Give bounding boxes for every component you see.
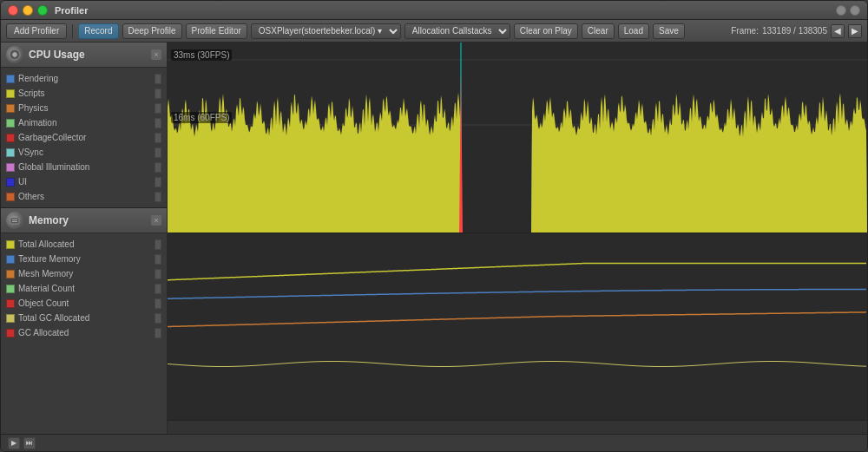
target-select[interactable]: OSXPlayer(stoertebeker.local) ▾ <box>251 23 401 39</box>
title-right-btn2[interactable] <box>850 5 860 16</box>
cpu-legend-global_illumination[interactable]: Global Illumination <box>3 160 165 174</box>
cpu-color-scripts <box>6 89 15 98</box>
memory-section-title: Memory <box>29 214 146 226</box>
step-button[interactable]: ⏭ <box>23 437 36 449</box>
mem-color-object_count <box>6 299 15 308</box>
profiler-window: Profiler Add Profiler Record Deep Profil… <box>0 0 868 452</box>
prev-frame-button[interactable]: ◀ <box>831 24 845 38</box>
save-button[interactable]: Save <box>653 23 685 39</box>
cpu-line-btn-animation[interactable] <box>155 118 161 128</box>
mem-lines-texture_memory <box>155 254 161 265</box>
cpu-legend-physics[interactable]: Physics <box>3 101 165 115</box>
mem-label-total_allocated: Total Allocated <box>18 239 75 249</box>
cpu-line-btn-global_illumination[interactable] <box>155 162 161 173</box>
cpu-line-btn-physics[interactable] <box>155 103 161 114</box>
frame-label: Frame: <box>731 26 759 36</box>
mem-lines-material_count <box>155 284 161 294</box>
cpu-section-header[interactable]: CPU Usage × <box>1 43 167 68</box>
close-button[interactable] <box>8 5 18 16</box>
mem-legend-gc_allocated[interactable]: GC Allocated <box>3 325 165 340</box>
cpu-icon <box>6 46 23 63</box>
cpu-color-ui <box>6 178 15 187</box>
chart-area: 33ms (30FPS) 16ms (60FPS) <box>168 43 867 434</box>
maximize-button[interactable] <box>37 5 48 16</box>
cpu-lines-vsync <box>155 147 161 158</box>
record-button[interactable]: Record <box>78 23 118 39</box>
cpu-line-btn-ui[interactable] <box>155 177 161 187</box>
cpu-legend-ui[interactable]: UI <box>3 174 165 189</box>
mem-line-btn-object_count[interactable] <box>155 298 161 309</box>
load-button[interactable]: Load <box>618 23 649 39</box>
mem-legend-object_count[interactable]: Object Count <box>3 296 165 311</box>
cpu-line-btn-others[interactable] <box>155 192 161 202</box>
mem-lines-object_count <box>155 298 161 309</box>
play-button[interactable]: ▶ <box>8 437 20 449</box>
cpu-label-animation: Animation <box>18 118 56 128</box>
mem-label-total_gc: Total GC Allocated <box>18 313 89 323</box>
title-bar: Profiler <box>1 1 867 20</box>
mem-legend-texture_memory[interactable]: Texture Memory <box>3 252 165 266</box>
cpu-legend-animation[interactable]: Animation <box>3 115 165 130</box>
cpu-label-others: Others <box>18 192 44 201</box>
mem-line-btn-mesh_memory[interactable] <box>155 269 161 279</box>
mem-line-btn-gc_allocated[interactable] <box>155 328 161 338</box>
cpu-lines-gc <box>155 133 161 143</box>
cpu-close-button[interactable]: × <box>151 49 161 60</box>
cpu-label-scripts: Scripts <box>18 88 45 98</box>
cpu-legend-scripts[interactable]: Scripts <box>3 86 165 101</box>
cpu-label-vsync: VSync <box>18 147 43 157</box>
mem-label-mesh_memory: Mesh Memory <box>18 269 73 278</box>
playback-controls: ▶ ⏭ <box>8 437 36 449</box>
cpu-legend-rendering[interactable]: Rendering <box>3 71 165 86</box>
scrollbar[interactable] <box>168 420 867 434</box>
status-bar: ▶ ⏭ <box>1 434 867 451</box>
memory-section-header[interactable]: Memory × <box>1 208 167 233</box>
cpu-chart[interactable]: 33ms (30FPS) 16ms (60FPS) <box>168 43 867 233</box>
memory-section: Memory × Total Allocated Texture Memory … <box>1 207 167 434</box>
profile-editor-button[interactable]: Profile Editor <box>186 23 247 39</box>
mem-line-btn-texture_memory[interactable] <box>155 254 161 265</box>
label-30fps: 33ms (30FPS) <box>171 49 232 61</box>
svg-rect-4 <box>12 221 17 222</box>
cpu-lines-animation <box>155 118 161 128</box>
cpu-line-btn-gc[interactable] <box>155 133 161 143</box>
mem-lines-total_allocated <box>155 239 161 250</box>
memory-chart[interactable] <box>168 233 867 420</box>
mem-line-btn-total_gc[interactable] <box>155 313 161 324</box>
memory-close-button[interactable]: × <box>151 215 161 226</box>
cpu-legend-others[interactable]: Others <box>3 189 165 204</box>
cpu-lines-others <box>155 192 161 202</box>
cpu-line-btn-rendering[interactable] <box>155 74 161 84</box>
next-frame-button[interactable]: ▶ <box>848 24 862 38</box>
cpu-legend-list: Rendering Scripts Physics Animation Garb… <box>1 68 167 207</box>
mem-color-total_gc <box>6 314 15 323</box>
cpu-color-gc <box>6 134 15 142</box>
mem-lines-total_gc <box>155 313 161 324</box>
cpu-section: CPU Usage × Rendering Scripts Physics An… <box>1 43 167 207</box>
mem-legend-material_count[interactable]: Material Count <box>3 281 165 296</box>
mem-label-object_count: Object Count <box>18 298 69 308</box>
cpu-line-btn-vsync[interactable] <box>155 147 161 158</box>
deep-profile-button[interactable]: Deep Profile <box>122 23 182 39</box>
mem-legend-total_gc[interactable]: Total GC Allocated <box>3 311 165 325</box>
window-controls <box>8 5 48 16</box>
svg-rect-3 <box>12 219 17 220</box>
clear-button[interactable]: Clear <box>582 23 615 39</box>
cpu-lines-physics <box>155 103 161 114</box>
mem-legend-mesh_memory[interactable]: Mesh Memory <box>3 266 165 281</box>
allocation-select[interactable]: Allocation Callstacks <box>404 23 510 39</box>
svg-rect-2 <box>12 216 17 218</box>
clear-on-play-button[interactable]: Clear on Play <box>514 23 578 39</box>
mem-legend-total_allocated[interactable]: Total Allocated <box>3 237 165 252</box>
mem-line-btn-material_count[interactable] <box>155 284 161 294</box>
minimize-button[interactable] <box>23 5 33 16</box>
add-profiler-button[interactable]: Add Profiler <box>6 23 67 39</box>
cpu-lines-global_illumination <box>155 162 161 173</box>
title-right-btn1[interactable] <box>836 5 846 16</box>
cpu-section-title: CPU Usage <box>29 49 146 61</box>
cpu-line-btn-scripts[interactable] <box>155 88 161 99</box>
mem-line-btn-total_allocated[interactable] <box>155 239 161 250</box>
cpu-legend-vsync[interactable]: VSync <box>3 145 165 160</box>
cpu-label-global_illumination: Global Illumination <box>18 162 89 172</box>
cpu-legend-gc[interactable]: GarbageCollector <box>3 130 165 145</box>
